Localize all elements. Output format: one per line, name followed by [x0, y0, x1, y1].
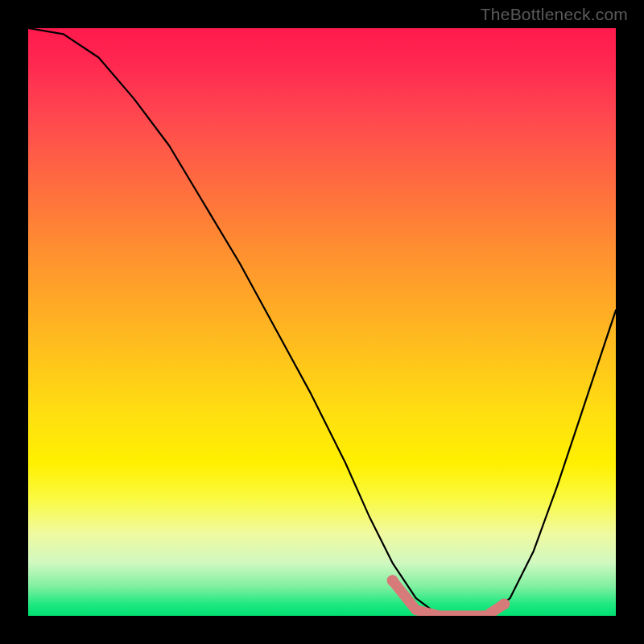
bottleneck-chart: [28, 28, 616, 616]
highlight-end-dot: [498, 598, 510, 609]
attribution-text: TheBottleneck.com: [481, 5, 628, 24]
optimal-zone-highlight: [393, 580, 505, 616]
curve-layer: [28, 28, 616, 616]
bottleneck-curve-path: [28, 28, 616, 616]
highlight-start-dot: [387, 575, 398, 586]
